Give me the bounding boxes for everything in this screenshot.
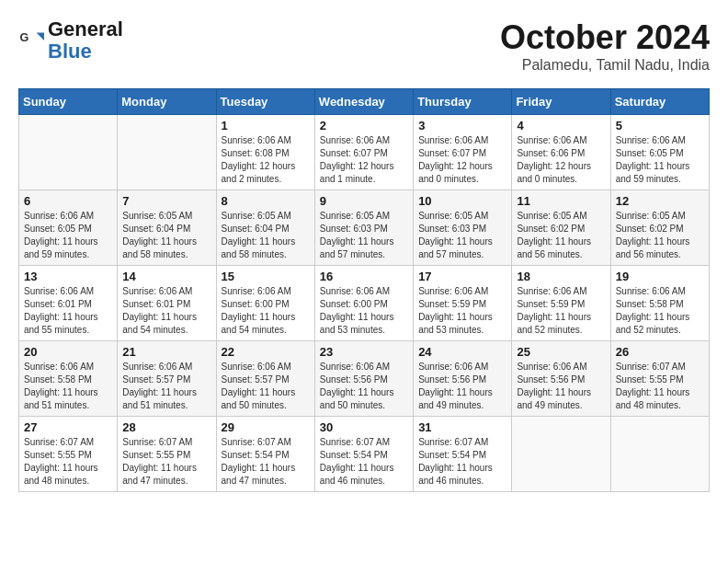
day-info: Sunrise: 6:06 AM Sunset: 5:57 PM Dayligh… [122, 361, 210, 412]
day-info: Sunrise: 6:06 AM Sunset: 5:56 PM Dayligh… [517, 361, 605, 412]
weekday-header-monday: Monday [118, 89, 216, 115]
location: Palamedu, Tamil Nadu, India [500, 57, 710, 74]
calendar-cell: 30Sunrise: 6:07 AM Sunset: 5:54 PM Dayli… [314, 417, 413, 492]
calendar-cell [512, 417, 610, 492]
title-block: October 2024 Palamedu, Tamil Nadu, India [500, 18, 710, 74]
calendar-cell: 11Sunrise: 6:05 AM Sunset: 6:02 PM Dayli… [512, 190, 610, 266]
day-info: Sunrise: 6:06 AM Sunset: 5:58 PM Dayligh… [616, 285, 704, 337]
calendar-cell [19, 115, 118, 190]
day-number: 6 [24, 194, 112, 208]
calendar-cell: 15Sunrise: 6:06 AM Sunset: 6:00 PM Dayli… [216, 266, 314, 341]
day-info: Sunrise: 6:07 AM Sunset: 5:54 PM Dayligh… [418, 436, 506, 488]
day-info: Sunrise: 6:06 AM Sunset: 5:56 PM Dayligh… [320, 361, 408, 412]
day-info: Sunrise: 6:05 AM Sunset: 6:02 PM Dayligh… [616, 210, 704, 261]
day-info: Sunrise: 6:06 AM Sunset: 5:57 PM Dayligh… [222, 361, 310, 412]
day-number: 14 [122, 270, 210, 283]
day-number: 24 [418, 345, 506, 359]
svg-marker-1 [37, 33, 44, 40]
day-info: Sunrise: 6:05 AM Sunset: 6:04 PM Dayligh… [222, 210, 310, 261]
calendar-cell: 9Sunrise: 6:05 AM Sunset: 6:03 PM Daylig… [314, 190, 413, 266]
day-number: 2 [320, 119, 408, 132]
calendar-cell: 18Sunrise: 6:06 AM Sunset: 5:59 PM Dayli… [512, 266, 610, 341]
day-info: Sunrise: 6:07 AM Sunset: 5:55 PM Dayligh… [122, 436, 210, 488]
day-info: Sunrise: 6:05 AM Sunset: 6:02 PM Dayligh… [517, 210, 605, 261]
calendar-cell: 4Sunrise: 6:06 AM Sunset: 6:06 PM Daylig… [512, 115, 610, 190]
calendar-cell: 10Sunrise: 6:05 AM Sunset: 6:03 PM Dayli… [414, 190, 512, 266]
weekday-header-saturday: Saturday [610, 89, 709, 115]
calendar-cell: 12Sunrise: 6:05 AM Sunset: 6:02 PM Dayli… [610, 190, 709, 266]
page-header: G General Blue October 2024 Palamedu, Ta… [18, 18, 710, 74]
weekday-header-sunday: Sunday [19, 89, 118, 115]
calendar-week-row: 20Sunrise: 6:06 AM Sunset: 5:58 PM Dayli… [19, 341, 710, 417]
calendar-cell: 21Sunrise: 6:06 AM Sunset: 5:57 PM Dayli… [118, 341, 216, 417]
calendar-cell: 24Sunrise: 6:06 AM Sunset: 5:56 PM Dayli… [414, 341, 512, 417]
calendar-cell: 14Sunrise: 6:06 AM Sunset: 6:01 PM Dayli… [118, 266, 216, 341]
weekday-header-friday: Friday [512, 89, 610, 115]
weekday-header-row: SundayMondayTuesdayWednesdayThursdayFrid… [19, 89, 710, 115]
day-number: 5 [616, 119, 704, 132]
day-number: 12 [616, 194, 704, 208]
day-number: 16 [320, 270, 408, 283]
day-info: Sunrise: 6:06 AM Sunset: 6:05 PM Dayligh… [616, 134, 704, 186]
calendar-cell: 7Sunrise: 6:05 AM Sunset: 6:04 PM Daylig… [118, 190, 216, 266]
calendar-week-row: 6Sunrise: 6:06 AM Sunset: 6:05 PM Daylig… [19, 190, 710, 266]
day-info: Sunrise: 6:06 AM Sunset: 5:56 PM Dayligh… [418, 361, 506, 412]
calendar-cell: 20Sunrise: 6:06 AM Sunset: 5:58 PM Dayli… [19, 341, 118, 417]
calendar-week-row: 1Sunrise: 6:06 AM Sunset: 6:08 PM Daylig… [19, 115, 710, 190]
calendar-cell: 29Sunrise: 6:07 AM Sunset: 5:54 PM Dayli… [216, 417, 314, 492]
day-number: 11 [517, 194, 605, 208]
day-info: Sunrise: 6:05 AM Sunset: 6:04 PM Dayligh… [122, 210, 210, 261]
calendar-cell [610, 417, 709, 492]
calendar-cell: 26Sunrise: 6:07 AM Sunset: 5:55 PM Dayli… [610, 341, 709, 417]
day-number: 26 [616, 345, 704, 359]
calendar-cell: 2Sunrise: 6:06 AM Sunset: 6:07 PM Daylig… [314, 115, 413, 190]
day-number: 29 [222, 420, 310, 434]
day-info: Sunrise: 6:06 AM Sunset: 6:00 PM Dayligh… [222, 285, 310, 337]
day-number: 7 [122, 194, 210, 208]
day-number: 20 [24, 345, 112, 359]
calendar-cell: 5Sunrise: 6:06 AM Sunset: 6:05 PM Daylig… [610, 115, 709, 190]
day-number: 31 [418, 420, 506, 434]
calendar-cell: 1Sunrise: 6:06 AM Sunset: 6:08 PM Daylig… [216, 115, 314, 190]
calendar-cell [118, 115, 216, 190]
day-info: Sunrise: 6:06 AM Sunset: 6:01 PM Dayligh… [24, 285, 112, 337]
day-info: Sunrise: 6:06 AM Sunset: 6:06 PM Dayligh… [517, 134, 605, 186]
day-number: 13 [24, 270, 112, 283]
day-number: 21 [122, 345, 210, 359]
day-number: 25 [517, 345, 605, 359]
day-info: Sunrise: 6:05 AM Sunset: 6:03 PM Dayligh… [320, 210, 408, 261]
calendar-cell: 13Sunrise: 6:06 AM Sunset: 6:01 PM Dayli… [19, 266, 118, 341]
day-info: Sunrise: 6:05 AM Sunset: 6:03 PM Dayligh… [418, 210, 506, 261]
calendar-cell: 16Sunrise: 6:06 AM Sunset: 6:00 PM Dayli… [314, 266, 413, 341]
calendar-week-row: 27Sunrise: 6:07 AM Sunset: 5:55 PM Dayli… [19, 417, 710, 492]
day-number: 27 [24, 420, 112, 434]
day-info: Sunrise: 6:07 AM Sunset: 5:54 PM Dayligh… [320, 436, 408, 488]
day-number: 18 [517, 270, 605, 283]
day-info: Sunrise: 6:06 AM Sunset: 5:59 PM Dayligh… [517, 285, 605, 337]
day-info: Sunrise: 6:06 AM Sunset: 6:05 PM Dayligh… [24, 210, 112, 261]
day-number: 17 [418, 270, 506, 283]
day-info: Sunrise: 6:06 AM Sunset: 6:07 PM Dayligh… [418, 134, 506, 186]
logo-text: General Blue [48, 18, 123, 63]
day-number: 10 [418, 194, 506, 208]
calendar-table: SundayMondayTuesdayWednesdayThursdayFrid… [18, 88, 710, 492]
weekday-header-thursday: Thursday [414, 89, 512, 115]
calendar-cell: 17Sunrise: 6:06 AM Sunset: 5:59 PM Dayli… [414, 266, 512, 341]
calendar-cell: 27Sunrise: 6:07 AM Sunset: 5:55 PM Dayli… [19, 417, 118, 492]
day-info: Sunrise: 6:06 AM Sunset: 5:59 PM Dayligh… [418, 285, 506, 337]
day-info: Sunrise: 6:06 AM Sunset: 6:00 PM Dayligh… [320, 285, 408, 337]
day-info: Sunrise: 6:07 AM Sunset: 5:55 PM Dayligh… [616, 361, 704, 412]
calendar-cell: 8Sunrise: 6:05 AM Sunset: 6:04 PM Daylig… [216, 190, 314, 266]
calendar-cell: 28Sunrise: 6:07 AM Sunset: 5:55 PM Dayli… [118, 417, 216, 492]
day-number: 15 [222, 270, 310, 283]
day-info: Sunrise: 6:07 AM Sunset: 5:55 PM Dayligh… [24, 436, 112, 488]
day-info: Sunrise: 6:06 AM Sunset: 5:58 PM Dayligh… [24, 361, 112, 412]
weekday-header-wednesday: Wednesday [314, 89, 413, 115]
day-info: Sunrise: 6:06 AM Sunset: 6:01 PM Dayligh… [122, 285, 210, 337]
calendar-cell: 23Sunrise: 6:06 AM Sunset: 5:56 PM Dayli… [314, 341, 413, 417]
day-number: 9 [320, 194, 408, 208]
logo: G General Blue [18, 18, 123, 63]
day-number: 22 [222, 345, 310, 359]
weekday-header-tuesday: Tuesday [216, 89, 314, 115]
day-number: 19 [616, 270, 704, 283]
